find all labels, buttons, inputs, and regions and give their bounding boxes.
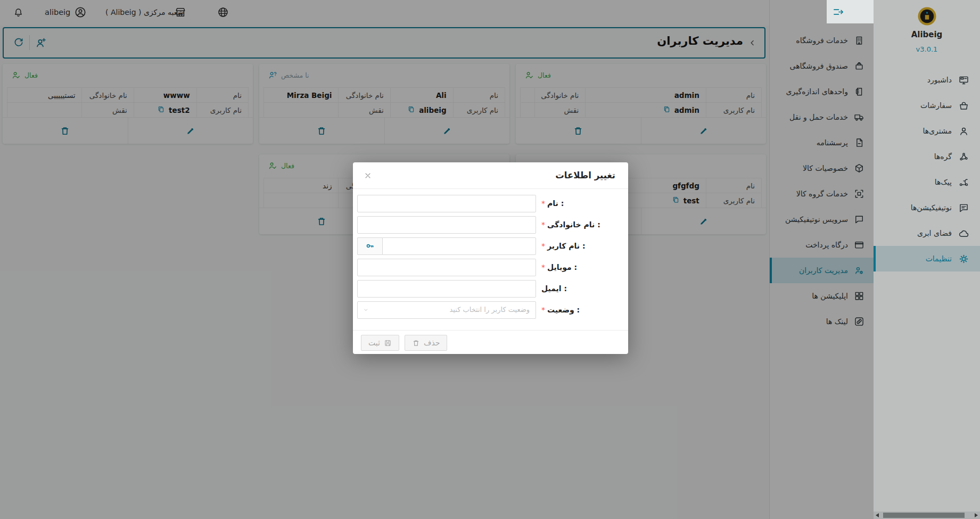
required-asterisk: * bbox=[541, 242, 545, 250]
button-label: ثبت bbox=[368, 339, 380, 347]
field-label: *نام خانوادگی : bbox=[536, 220, 624, 229]
chevron-down-icon bbox=[363, 307, 370, 314]
modal-field-2: *نام کاربر : bbox=[357, 235, 624, 257]
required-asterisk: * bbox=[541, 199, 545, 208]
delete-button[interactable]: حذف bbox=[405, 335, 448, 351]
required-asterisk: * bbox=[541, 263, 545, 271]
modal-field-1: *نام خانوادگی : bbox=[357, 214, 624, 235]
select-placeholder: وضعیت کاربر را انتخاب کنید bbox=[449, 306, 530, 314]
field-label: ایمیل : bbox=[536, 284, 624, 293]
text-input[interactable] bbox=[382, 237, 536, 255]
button-label: حذف bbox=[424, 339, 440, 347]
required-asterisk: * bbox=[541, 220, 545, 229]
modal-header-divider bbox=[353, 188, 628, 189]
field-label: *نام : bbox=[536, 199, 624, 208]
text-input[interactable] bbox=[357, 280, 536, 298]
text-input[interactable] bbox=[357, 195, 536, 212]
key-icon bbox=[365, 241, 375, 251]
save-button[interactable]: ثبت bbox=[361, 335, 399, 351]
modal-form: *نام :*نام خانوادگی :*نام کاربر :*موبایل… bbox=[357, 193, 624, 320]
collapse-drawer-button[interactable] bbox=[832, 6, 844, 18]
modal-footer-divider bbox=[353, 330, 628, 331]
field-label: *وضعیت : bbox=[536, 306, 624, 314]
modal-field-4: ایمیل : bbox=[357, 278, 624, 299]
modal-field-5: وضعیت کاربر را انتخاب کنید*وضعیت : bbox=[357, 299, 624, 320]
delete-icon bbox=[412, 339, 420, 347]
sidebar-backdrop bbox=[874, 0, 980, 519]
modal-buttons: ثبتحذف bbox=[361, 335, 447, 351]
status-select[interactable]: وضعیت کاربر را انتخاب کنید bbox=[357, 301, 536, 319]
text-input[interactable] bbox=[357, 216, 536, 234]
key-addon bbox=[357, 237, 382, 255]
save-icon bbox=[384, 339, 392, 347]
modal-field-0: *نام : bbox=[357, 193, 624, 214]
field-label: *موبایل : bbox=[536, 263, 624, 271]
required-asterisk: * bbox=[541, 306, 545, 314]
text-input[interactable] bbox=[357, 259, 536, 276]
modal-title: تغییر اطلاعات bbox=[555, 170, 615, 180]
drawer-header bbox=[827, 0, 874, 23]
field-label: *نام کاربر : bbox=[536, 242, 624, 250]
edit-user-modal: تغییر اطلاعات *نام :*نام خانوادگی :*نام … bbox=[353, 162, 628, 354]
modal-field-3: *موبایل : bbox=[357, 257, 624, 278]
close-icon[interactable] bbox=[364, 171, 372, 180]
